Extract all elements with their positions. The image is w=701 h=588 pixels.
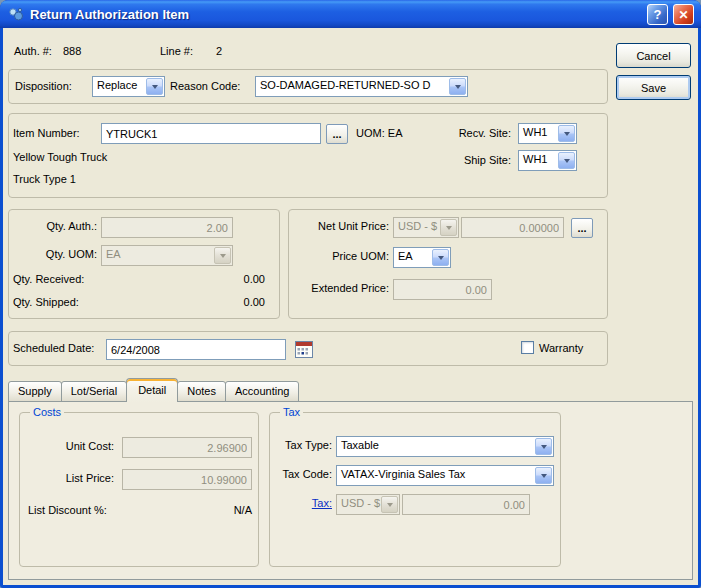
tab-accounting[interactable]: Accounting xyxy=(225,381,299,402)
line-number-value: 2 xyxy=(216,45,222,57)
tax-currency-selected: USD - $ xyxy=(341,497,380,509)
price-uom-selected: EA xyxy=(398,250,413,262)
titlebar[interactable]: Return Authorization Item ? ✕ xyxy=(0,0,701,28)
disposition-label: Disposition: xyxy=(15,80,72,92)
extended-price-label: Extended Price: xyxy=(289,282,389,294)
groupbox-item: Item Number: ... UOM: EA Recv. Site: WH1… xyxy=(8,113,608,198)
tab-lot-serial[interactable]: Lot/Serial xyxy=(61,381,127,402)
list-price-input xyxy=(122,469,252,490)
chevron-down-icon xyxy=(214,247,231,264)
ship-site-label: Ship Site: xyxy=(391,154,511,166)
qty-uom-label: Qty. UOM: xyxy=(13,248,97,260)
tax-type-selected: Taxable xyxy=(341,439,379,451)
window-title: Return Authorization Item xyxy=(30,7,189,22)
qty-received-label: Qty. Received: xyxy=(13,273,84,285)
auth-number-label: Auth. #: xyxy=(14,45,52,57)
chevron-down-icon[interactable] xyxy=(535,438,552,455)
reason-code-selected: SO-DAMAGED-RETURNED-SO D xyxy=(260,79,431,91)
tab-detail[interactable]: Detail xyxy=(126,378,178,402)
recv-site-label: Recv. Site: xyxy=(391,127,511,139)
help-button[interactable]: ? xyxy=(647,4,668,25)
groupbox-schedule: Scheduled Date: Warranty xyxy=(8,331,608,366)
unit-cost-input xyxy=(122,437,252,458)
chevron-down-icon[interactable] xyxy=(558,125,575,142)
tax-amount-input xyxy=(402,494,530,515)
qty-auth-label: Qty. Auth.: xyxy=(13,220,97,232)
line-number-label: Line #: xyxy=(160,45,193,57)
groupbox-costs: Costs Unit Cost: List Price: List Discou… xyxy=(19,412,259,567)
price-uom-label: Price UOM: xyxy=(289,250,389,262)
groupbox-quantity: Qty. Auth.: Qty. UOM: EA Qty. Received: … xyxy=(8,209,280,319)
tax-code-selected: VATAX-Virginia Sales Tax xyxy=(341,468,465,480)
unit-cost-label: Unit Cost: xyxy=(20,440,114,452)
chevron-down-icon[interactable] xyxy=(535,467,552,484)
dialog-window: Return Authorization Item ? ✕ Auth. #: 8… xyxy=(0,0,701,588)
cancel-button[interactable]: Cancel xyxy=(616,43,691,68)
tab-panel-detail: Costs Unit Cost: List Price: List Discou… xyxy=(8,401,693,580)
auth-number-value: 888 xyxy=(63,45,81,57)
price-uom-select[interactable]: EA xyxy=(393,247,451,268)
calendar-icon[interactable] xyxy=(293,339,315,360)
close-icon[interactable]: ✕ xyxy=(673,4,694,25)
tax-code-label: Tax Code: xyxy=(270,468,332,480)
chevron-down-icon xyxy=(381,496,398,513)
warranty-checkbox[interactable] xyxy=(521,341,534,354)
extended-price-input xyxy=(393,279,492,300)
scheduled-date-input[interactable] xyxy=(106,339,286,360)
reason-code-select[interactable]: SO-DAMAGED-RETURNED-SO D xyxy=(255,76,468,97)
ship-site-selected: WH1 xyxy=(523,153,547,165)
recv-site-selected: WH1 xyxy=(523,126,547,138)
item-number-label: Item Number: xyxy=(13,127,80,139)
recv-site-select[interactable]: WH1 xyxy=(518,123,577,144)
chevron-down-icon xyxy=(440,219,457,236)
chevron-down-icon[interactable] xyxy=(432,249,449,266)
tab-strip: Supply Lot/Serial Detail Notes Accountin… xyxy=(8,378,299,402)
qty-auth-input xyxy=(101,217,233,238)
net-unit-price-label: Net Unit Price: xyxy=(289,220,389,232)
costs-caption: Costs xyxy=(30,406,64,418)
groupbox-tax: Tax Tax Type: Taxable Tax Code: VATAX-Vi… xyxy=(269,412,561,567)
qty-received-value: 0.00 xyxy=(165,273,265,285)
net-unit-price-input xyxy=(461,217,564,238)
list-discount-label: List Discount %: xyxy=(28,504,107,516)
chevron-down-icon[interactable] xyxy=(558,152,575,169)
list-price-label: List Price: xyxy=(20,472,114,484)
scheduled-date-label: Scheduled Date: xyxy=(13,342,94,354)
net-price-currency-select: USD - $ xyxy=(393,217,459,238)
warranty-label: Warranty xyxy=(539,342,583,354)
tax-currency-select: USD - $ xyxy=(336,494,400,515)
tax-drilldown-link-wrap: Tax: xyxy=(270,497,332,509)
groupbox-disposition: Disposition: Replace Reason Code: SO-DAM… xyxy=(8,69,608,104)
item-description-2: Truck Type 1 xyxy=(13,173,76,185)
item-description-1: Yellow Tough Truck xyxy=(13,151,107,163)
save-button[interactable]: Save xyxy=(616,75,691,100)
app-icon xyxy=(8,6,24,22)
qty-shipped-value: 0.00 xyxy=(165,296,265,308)
chevron-down-icon[interactable] xyxy=(146,78,163,95)
tax-type-select[interactable]: Taxable xyxy=(336,436,554,457)
tab-supply[interactable]: Supply xyxy=(8,381,62,402)
qty-uom-selected: EA xyxy=(106,248,121,260)
item-browse-button[interactable]: ... xyxy=(326,124,348,144)
price-browse-button[interactable]: ... xyxy=(571,218,593,238)
tax-link[interactable]: Tax: xyxy=(312,497,332,509)
list-discount-value: N/A xyxy=(152,504,252,516)
ship-site-select[interactable]: WH1 xyxy=(518,150,577,171)
groupbox-price: Net Unit Price: USD - $ ... Price UOM: E… xyxy=(288,209,608,319)
disposition-selected: Replace xyxy=(97,79,137,91)
chevron-down-icon[interactable] xyxy=(449,78,466,95)
qty-shipped-label: Qty. Shipped: xyxy=(13,296,79,308)
qty-uom-select: EA xyxy=(101,245,233,266)
currency-selected: USD - $ xyxy=(398,220,437,232)
reason-code-label: Reason Code: xyxy=(170,80,240,92)
disposition-select[interactable]: Replace xyxy=(92,76,165,97)
tax-caption: Tax xyxy=(280,406,303,418)
tax-code-select[interactable]: VATAX-Virginia Sales Tax xyxy=(336,465,554,486)
dialog-client: Auth. #: 888 Line #: 2 Cancel Save Dispo… xyxy=(3,28,698,585)
tab-notes[interactable]: Notes xyxy=(177,381,226,402)
item-number-input[interactable] xyxy=(101,123,321,144)
tax-type-label: Tax Type: xyxy=(270,439,332,451)
